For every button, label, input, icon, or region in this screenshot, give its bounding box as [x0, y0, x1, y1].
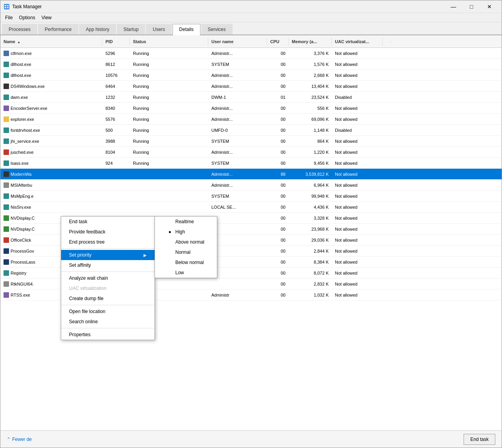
process-icon	[4, 215, 9, 221]
tab-bar: Processes Performance App history Startu…	[0, 22, 502, 35]
context-menu-item-end-task[interactable]: End task	[61, 217, 155, 227]
process-icon	[4, 84, 9, 89]
end-task-button[interactable]: End task	[464, 434, 495, 445]
process-icon	[4, 160, 9, 166]
titlebar: Task Manager — □ ✕	[0, 0, 502, 13]
footer: ⌃ Fewer de End task	[0, 430, 502, 448]
process-icon	[4, 149, 9, 155]
process-icon	[4, 248, 9, 254]
fewer-details-button[interactable]: ⌃ Fewer de	[7, 437, 32, 442]
process-icon	[4, 292, 9, 298]
table-row[interactable]: dwm.exe1232RunningDWM-10123,524 KDisable…	[0, 92, 502, 103]
svg-rect-2	[7, 5, 9, 6]
priority-bullet: ●	[167, 229, 172, 235]
process-icon	[4, 62, 9, 67]
tab-app-history[interactable]: App history	[79, 24, 116, 35]
table-row[interactable]: DS4Windows.exe6464RunningAdministr...001…	[0, 81, 502, 92]
table-row[interactable]: dllhost.exe10576RunningAdministr...002,6…	[0, 70, 502, 81]
menu-options[interactable]: Options	[16, 14, 38, 21]
process-icon	[4, 106, 9, 111]
priority-item-normal[interactable]: Normal	[155, 247, 217, 257]
svg-rect-0	[4, 4, 9, 9]
context-menu-item-set-affinity[interactable]: Set affinity	[61, 260, 155, 270]
process-icon	[4, 204, 9, 210]
table-row[interactable]: jhi_service.exe3988RunningSYSTEM00864 KN…	[0, 136, 502, 147]
col-scrollbar-placeholder	[383, 40, 391, 43]
col-cpu: CPU	[267, 38, 289, 46]
table-row[interactable]: ctfmon.exe5296RunningAdministr...003,376…	[0, 48, 502, 59]
process-icon	[4, 127, 9, 133]
context-menu-item-create-dump-file[interactable]: Create dump file	[61, 293, 155, 304]
process-icon	[4, 51, 9, 56]
table-row[interactable]: fontdrvhost.exe500RunningUMFD-0001,148 K…	[0, 125, 502, 136]
priority-submenu: Realtime●HighAbove normalNormalBelow nor…	[155, 216, 217, 278]
submenu-arrow-icon: ▶	[144, 253, 147, 257]
svg-rect-4	[7, 7, 9, 8]
context-menu-item-open-file-location[interactable]: Open file location	[61, 306, 155, 317]
priority-item-high[interactable]: ●High	[155, 227, 217, 237]
menu-file[interactable]: File	[2, 14, 16, 21]
context-menu-separator	[61, 248, 155, 249]
window-controls: — □ ✕	[444, 0, 498, 13]
col-username: User name	[208, 38, 267, 46]
table-row[interactable]: MSIAfterbuAdministr...006,964 KNot allow…	[0, 180, 502, 191]
process-icon	[4, 117, 9, 122]
menu-view[interactable]: View	[38, 14, 55, 21]
task-manager-window: Task Manager — □ ✕ File Options View Pro…	[0, 0, 502, 448]
context-menu-item-set-priority[interactable]: Set priority▶	[61, 250, 155, 260]
process-icon	[4, 259, 9, 265]
context-menu-item-properties[interactable]: Properties	[61, 330, 155, 340]
table-row[interactable]: explorer.exe5576RunningAdministr...0069,…	[0, 114, 502, 125]
context-menu-item-search-online[interactable]: Search online	[61, 317, 155, 327]
svg-rect-3	[5, 7, 6, 8]
process-icon	[4, 193, 9, 199]
context-menu-item-provide-feedback[interactable]: Provide feedback	[61, 227, 155, 237]
col-memory: Memory (a...	[289, 38, 332, 46]
process-icon	[4, 281, 9, 287]
tab-users[interactable]: Users	[146, 24, 171, 35]
context-menu: End taskProvide feedbackEnd process tree…	[61, 216, 155, 340]
close-button[interactable]: ✕	[480, 0, 498, 13]
col-status: Status	[130, 38, 208, 46]
menubar: File Options View	[0, 13, 502, 22]
process-icon	[4, 138, 9, 144]
tab-processes[interactable]: Processes	[2, 24, 37, 35]
col-uac: UAC virtualizat...	[332, 38, 383, 46]
table-row[interactable]: ModernWaAdministr...883,539,812 KNot all…	[0, 169, 502, 180]
tab-details[interactable]: Details	[173, 24, 200, 35]
context-menu-separator	[61, 305, 155, 305]
tab-performance[interactable]: Performance	[38, 24, 78, 35]
table-row[interactable]: NisSrv.exeLOCAL SE...004,436 KNot allowe…	[0, 202, 502, 213]
table-row[interactable]: MsMpEng.eSYSTEM0099,948 KNot allowed	[0, 191, 502, 202]
table-row[interactable]: dllhost.exe8612RunningSYSTEM001,576 KNot…	[0, 59, 502, 70]
svg-rect-1	[5, 5, 6, 6]
process-icon	[4, 182, 9, 188]
process-icon	[4, 73, 9, 78]
maximize-button[interactable]: □	[462, 0, 480, 13]
priority-item-realtime[interactable]: Realtime	[155, 217, 217, 227]
priority-item-above-normal[interactable]: Above normal	[155, 237, 217, 247]
tab-startup[interactable]: Startup	[117, 24, 146, 35]
table-row[interactable]: lsass.exe924RunningSYSTEM009,456 KNot al…	[0, 158, 502, 169]
context-menu-item-analyze-wait-chain[interactable]: Analyze wait chain	[61, 273, 155, 283]
table-row[interactable]: EncoderServer.exe8340RunningAdministr...…	[0, 103, 502, 114]
context-menu-item-uac-virtualization: UAC virtualization	[61, 283, 155, 293]
context-menu-separator	[61, 271, 155, 272]
process-icon	[4, 270, 9, 276]
table-row[interactable]: jusched.exe8104RunningAdministr...001,22…	[0, 147, 502, 158]
process-icon	[4, 171, 9, 177]
process-icon	[4, 237, 9, 243]
col-pid[interactable]: PID	[102, 38, 130, 46]
priority-item-below-normal[interactable]: Below normal	[155, 257, 217, 268]
app-icon	[4, 4, 10, 10]
process-icon	[4, 95, 9, 100]
tab-services[interactable]: Services	[201, 24, 233, 35]
priority-item-low[interactable]: Low	[155, 268, 217, 278]
minimize-button[interactable]: —	[444, 0, 462, 13]
table-header: Name ▲ PID Status User name CPU Memory (…	[0, 35, 502, 48]
col-name[interactable]: Name ▲	[0, 38, 102, 46]
process-icon	[4, 226, 9, 232]
context-menu-item-end-process-tree[interactable]: End process tree	[61, 237, 155, 247]
window-title: Task Manager	[12, 4, 444, 9]
context-menu-separator	[61, 328, 155, 328]
